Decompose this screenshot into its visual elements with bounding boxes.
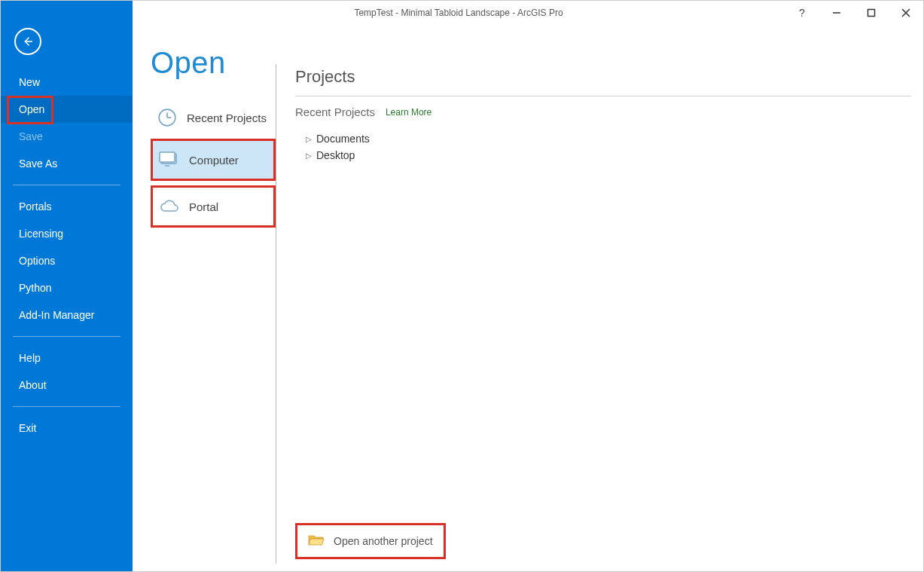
window-title: TempTest - Minimal Tabloid Landscape - A… (133, 8, 785, 18)
source-label: Portal (189, 200, 218, 213)
open-another-label: Open another project (334, 535, 433, 547)
sidebar-item-addin[interactable]: Add-In Manager (1, 301, 133, 329)
minimize-button[interactable] (819, 1, 854, 25)
backstage-sidebar: New Open Save Save As Portals Licensing … (1, 25, 133, 572)
back-button[interactable] (14, 28, 41, 55)
source-portal[interactable]: Portal (153, 188, 273, 225)
computer-icon (159, 149, 180, 170)
sidebar-item-new[interactable]: New (1, 69, 133, 96)
svg-rect-1 (868, 10, 875, 17)
source-computer[interactable]: Computer (153, 141, 273, 179)
sidebar-separator (13, 406, 120, 407)
source-recent-projects[interactable]: Recent Projects (151, 96, 276, 139)
maximize-button[interactable] (854, 1, 889, 25)
main: New Open Save Save As Portals Licensing … (1, 25, 923, 572)
tree-item-documents[interactable]: ▷ Documents (306, 130, 911, 147)
tree-item-desktop[interactable]: ▷ Desktop (306, 147, 911, 164)
open-another-project-button[interactable]: Open another project (295, 523, 446, 559)
open-another-wrap: Open another project (295, 523, 446, 559)
sidebar-item-save-as[interactable]: Save As (1, 150, 133, 177)
highlight-box: Portal (151, 185, 276, 228)
title-bar: TempTest - Minimal Tabloid Landscape - A… (1, 1, 923, 25)
sidebar-separator (13, 185, 120, 185)
help-icon[interactable]: ? (785, 7, 819, 19)
horizontal-rule (295, 96, 911, 96)
source-label: Computer (189, 154, 239, 167)
page-title: Open (151, 46, 276, 80)
subheading: Recent Projects (295, 106, 375, 118)
tree-item-label: Desktop (316, 149, 355, 161)
titlebar-left-fill (1, 1, 133, 25)
sidebar-item-save: Save (1, 123, 133, 150)
svg-rect-9 (160, 152, 175, 162)
vertical-divider (276, 64, 276, 564)
folder-open-icon (308, 533, 325, 549)
expand-icon[interactable]: ▷ (306, 135, 312, 143)
window-controls: ? (785, 1, 923, 25)
sidebar-separator (13, 336, 120, 337)
clock-icon (157, 107, 178, 128)
source-label: Recent Projects (187, 112, 267, 124)
cloud-icon (159, 196, 180, 217)
sidebar-item-help[interactable]: Help (1, 344, 133, 372)
detail-heading: Projects (295, 67, 911, 87)
subheading-row: Recent Projects Learn More (295, 106, 911, 118)
sidebar-item-options[interactable]: Options (1, 247, 133, 274)
open-sources-column: Open Recent Projects Computer (133, 25, 276, 572)
expand-icon[interactable]: ▷ (306, 151, 312, 160)
sidebar-item-open[interactable]: Open (1, 96, 133, 123)
sidebar-item-exit[interactable]: Exit (1, 414, 133, 442)
tree-item-label: Documents (316, 133, 370, 145)
close-button[interactable] (889, 1, 923, 25)
location-tree: ▷ Documents ▷ Desktop (306, 130, 911, 164)
sidebar-item-python[interactable]: Python (1, 274, 133, 301)
sidebar-item-about[interactable]: About (1, 372, 133, 399)
source-list: Recent Projects Computer Portal (151, 96, 276, 228)
sidebar-item-licensing[interactable]: Licensing (1, 220, 133, 247)
learn-more-link[interactable]: Learn More (386, 107, 432, 118)
highlight-box: Computer (151, 139, 276, 181)
detail-pane: Projects Recent Projects Learn More ▷ Do… (276, 25, 923, 572)
sidebar-item-portals[interactable]: Portals (1, 193, 133, 220)
